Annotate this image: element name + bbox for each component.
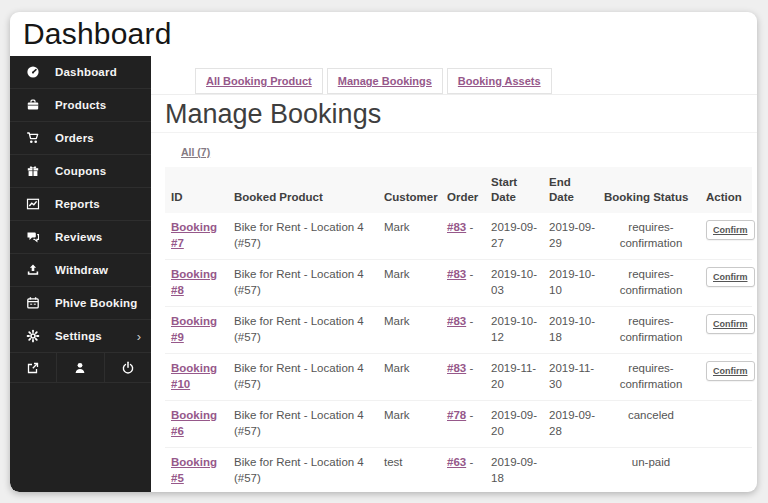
table-row: Booking #8 Bike for Rent - Location 4 (#… — [165, 260, 752, 307]
order-link[interactable]: #63 — [447, 456, 466, 468]
chart-icon — [23, 197, 43, 211]
end-date-cell: 2019-11-30 — [543, 354, 598, 401]
sidebar-item-products[interactable]: Products — [10, 89, 151, 122]
sidebar-item-label: Products — [55, 99, 143, 111]
order-suffix: - — [469, 221, 473, 233]
tab-link[interactable]: Manage Bookings — [338, 75, 432, 87]
briefcase-icon — [23, 98, 43, 112]
customer-cell: Mark — [378, 354, 441, 401]
booking-id-link[interactable]: Booking #9 — [171, 315, 217, 343]
sidebar-item-label: Reviews — [55, 231, 143, 243]
page-title: Dashboard — [10, 12, 757, 56]
end-date-cell: 2019-09-28 — [543, 401, 598, 448]
tab-all-booking-product[interactable]: All Booking Product — [195, 68, 323, 94]
column-header-booking-status: Booking Status — [598, 167, 700, 213]
bookings-table: ID Booked Product Customer Order Start D… — [165, 167, 752, 492]
confirm-button[interactable]: Confirm — [706, 220, 755, 240]
column-header-start-date: Start Date — [485, 167, 543, 213]
power-icon — [121, 361, 135, 375]
sidebar-item-reports[interactable]: Reports — [10, 188, 151, 221]
gear-icon — [23, 329, 43, 343]
order-suffix: - — [469, 315, 473, 327]
action-cell-empty — [700, 448, 752, 493]
booking-id-link[interactable]: Booking #10 — [171, 362, 217, 390]
sidebar-item-label: Withdraw — [55, 264, 143, 276]
sidebar-item-label: Orders — [55, 132, 143, 144]
sidebar-item-label: Settings — [55, 330, 137, 342]
filter-all-link[interactable]: All (7) — [181, 146, 210, 158]
sidebar-item-settings[interactable]: Settings › — [10, 320, 151, 353]
confirm-button[interactable]: Confirm — [706, 267, 755, 287]
sidebar-item-dashboard[interactable]: Dashboard — [10, 56, 151, 89]
booked-product-cell: Bike for Rent - Location 4 (#57) — [228, 307, 378, 354]
order-link[interactable]: #83 — [447, 362, 466, 374]
tab-link[interactable]: All Booking Product — [206, 75, 312, 87]
booked-product-cell: Bike for Rent - Location 4 (#57) — [228, 260, 378, 307]
booking-status-cell: requires-confirmation — [598, 307, 700, 354]
start-date-cell: 2019-11-20 — [485, 354, 543, 401]
customer-cell: Mark — [378, 307, 441, 354]
booking-status-cell: requires-confirmation — [598, 354, 700, 401]
section-title: Manage Bookings — [165, 99, 743, 129]
start-date-cell: 2019-10-03 — [485, 260, 543, 307]
profile-button[interactable] — [57, 353, 104, 382]
booking-id-link[interactable]: Booking #6 — [171, 409, 217, 437]
sidebar-item-label: Phive Booking — [55, 297, 143, 309]
table-row: Booking #10 Bike for Rent - Location 4 (… — [165, 354, 752, 401]
logout-button[interactable] — [105, 353, 151, 382]
column-header-action: Action — [700, 167, 752, 213]
start-date-cell: 2019-09-20 — [485, 401, 543, 448]
confirm-button[interactable]: Confirm — [706, 361, 755, 381]
table-row: Booking #9 Bike for Rent - Location 4 (#… — [165, 307, 752, 354]
column-header-order: Order — [441, 167, 485, 213]
column-header-customer: Customer — [378, 167, 441, 213]
tab-link[interactable]: Booking Assets — [458, 75, 541, 87]
sidebar-item-label: Dashboard — [55, 66, 143, 78]
booked-product-cell: Bike for Rent - Location 4 (#57) — [228, 354, 378, 401]
sidebar-item-coupons[interactable]: Coupons — [10, 155, 151, 188]
customer-cell: Mark — [378, 401, 441, 448]
booking-id-link[interactable]: Booking #8 — [171, 268, 217, 296]
section-header: Manage Bookings — [151, 95, 757, 133]
customer-cell: test — [378, 448, 441, 493]
tab-booking-assets[interactable]: Booking Assets — [447, 68, 552, 94]
table-row: Booking #6 Bike for Rent - Location 4 (#… — [165, 401, 752, 448]
status-filter: All (7) — [181, 145, 757, 159]
tab-bar: All Booking Product Manage Bookings Book… — [151, 56, 757, 95]
sidebar-item-withdraw[interactable]: Withdraw — [10, 254, 151, 287]
customer-cell: Mark — [378, 213, 441, 260]
booking-status-cell: requires-confirmation — [598, 213, 700, 260]
end-date-cell: 2019-10-18 — [543, 307, 598, 354]
start-date-cell: 2019-09-18 — [485, 448, 543, 493]
table-row: Booking #5 Bike for Rent - Location 4 (#… — [165, 448, 752, 493]
sidebar-item-reviews[interactable]: Reviews — [10, 221, 151, 254]
tab-manage-bookings[interactable]: Manage Bookings — [327, 68, 443, 94]
sidebar-item-label: Reports — [55, 198, 143, 210]
column-header-end-date: End Date — [543, 167, 598, 213]
order-suffix: - — [469, 456, 473, 468]
calendar-icon — [23, 296, 43, 310]
order-link[interactable]: #83 — [447, 221, 466, 233]
dashboard-card: Dashboard Dashboard Products Orders Coup… — [10, 12, 757, 492]
table-row: Booking #7 Bike for Rent - Location 4 (#… — [165, 213, 752, 260]
sidebar-item-label: Coupons — [55, 165, 143, 177]
order-suffix: - — [469, 362, 473, 374]
end-date-cell: 2019-10-10 — [543, 260, 598, 307]
order-link[interactable]: #83 — [447, 268, 466, 280]
booking-id-link[interactable]: Booking #5 — [171, 456, 217, 484]
booked-product-cell: Bike for Rent - Location 4 (#57) — [228, 448, 378, 493]
booking-id-link[interactable]: Booking #7 — [171, 221, 217, 249]
sidebar-item-phive-booking[interactable]: Phive Booking — [10, 287, 151, 320]
storefront-link-button[interactable] — [10, 353, 57, 382]
booked-product-cell: Bike for Rent - Location 4 (#57) — [228, 401, 378, 448]
user-icon — [73, 361, 87, 375]
booking-status-cell: canceled — [598, 401, 700, 448]
sidebar-item-orders[interactable]: Orders — [10, 122, 151, 155]
order-link[interactable]: #83 — [447, 315, 466, 327]
column-header-id: ID — [165, 167, 228, 213]
sidebar: Dashboard Products Orders Coupons Report… — [10, 56, 151, 492]
confirm-button[interactable]: Confirm — [706, 314, 755, 334]
sidebar-footer — [10, 353, 151, 383]
order-link[interactable]: #78 — [447, 409, 466, 421]
main-content: All Booking Product Manage Bookings Book… — [151, 56, 757, 492]
